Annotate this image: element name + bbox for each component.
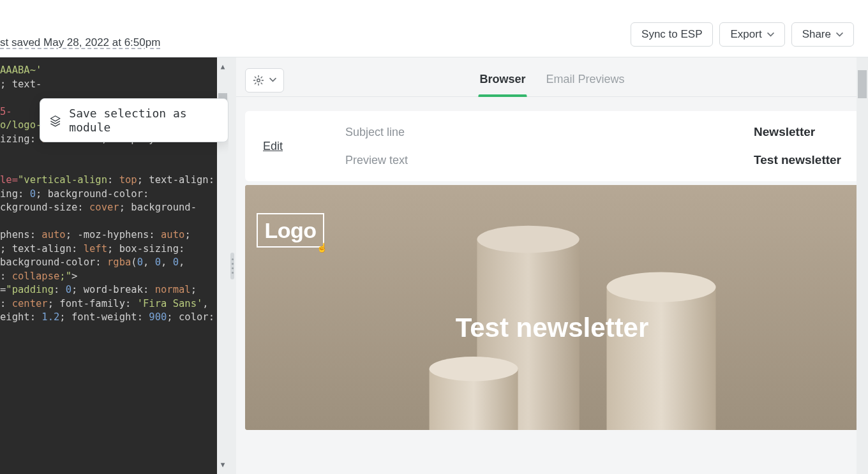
preview-header: Browser Email Previews [236, 57, 868, 97]
preview-body: Subject line Newsletter Edit Preview tex… [236, 97, 868, 474]
email-hero: Logo ☝ Test newsletter [245, 185, 859, 430]
svg-point-0 [257, 78, 260, 82]
tab-email-previews[interactable]: Email Previews [545, 73, 626, 96]
scroll-down-icon[interactable]: ▼ [221, 458, 225, 472]
subject-line-label: Subject line [345, 126, 745, 139]
preview-tabs: Browser Email Previews [478, 73, 625, 96]
pane-splitter[interactable] [228, 57, 236, 474]
preview-text-label: Preview text [345, 154, 745, 167]
save-selection-module-label: Save selection as module [69, 107, 215, 134]
subject-line-value: Newsletter [754, 125, 841, 139]
gear-icon [253, 75, 264, 86]
preview-scrollbar[interactable] [857, 57, 868, 474]
hero-background [245, 185, 859, 430]
svg-point-3 [477, 226, 579, 253]
chevron-down-icon [836, 33, 843, 37]
hero-title: Test newsletter [245, 313, 859, 343]
tab-browser[interactable]: Browser [478, 73, 527, 96]
last-saved-label[interactable]: st saved May 28, 2022 at 6:50pm [0, 36, 160, 52]
preview-text-value: Test newsletter [754, 153, 841, 167]
sync-esp-label: Sync to ESP [641, 28, 702, 41]
preview-pane: Browser Email Previews Subject line News… [236, 57, 868, 474]
export-button[interactable]: Export [719, 22, 784, 47]
hero-logo-box[interactable]: Logo [257, 213, 324, 248]
subject-card: Subject line Newsletter Edit Preview tex… [245, 111, 859, 181]
svg-rect-4 [607, 287, 716, 430]
sync-esp-button[interactable]: Sync to ESP [631, 22, 713, 47]
cursor-icon: ☝ [317, 242, 327, 253]
svg-point-5 [607, 272, 716, 302]
preview-settings-dropdown[interactable] [245, 68, 284, 93]
hero-logo-text: Logo [264, 218, 316, 243]
edit-subject-link[interactable]: Edit [263, 140, 336, 153]
scroll-up-icon[interactable]: ▲ [221, 60, 225, 74]
share-button[interactable]: Share [791, 22, 854, 47]
share-label: Share [802, 28, 831, 41]
chevron-down-icon [767, 33, 774, 37]
chevron-down-icon [269, 78, 276, 82]
code-editor[interactable]: AAABA~' ; text- 5- o/logo-white.png" alt… [0, 57, 228, 474]
scroll-thumb[interactable] [858, 70, 867, 98]
export-label: Export [730, 28, 761, 41]
save-selection-module-button[interactable]: Save selection as module [40, 98, 228, 142]
main-area: AAABA~' ; text- 5- o/logo-white.png" alt… [0, 57, 868, 474]
layers-icon [49, 114, 61, 128]
top-bar: st saved May 28, 2022 at 6:50pm Sync to … [0, 0, 868, 57]
svg-point-7 [430, 357, 518, 381]
